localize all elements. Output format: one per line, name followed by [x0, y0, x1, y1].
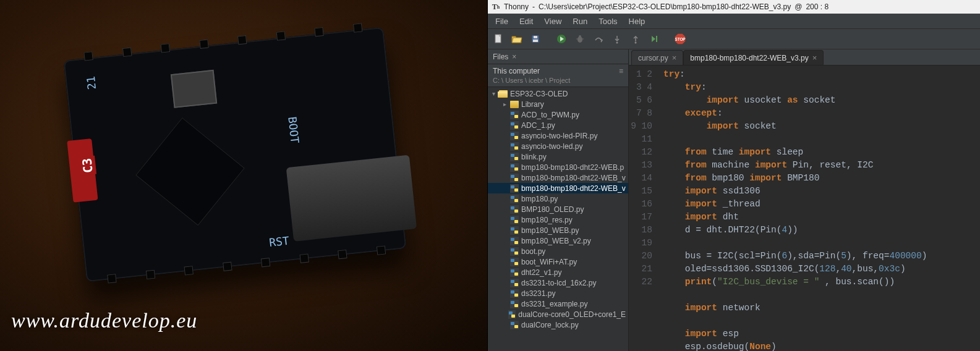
step-out-button[interactable]: [628, 31, 644, 47]
tree-folder-label: Library: [521, 100, 544, 109]
tree-file-label: ds3231_example.py: [521, 300, 587, 308]
cursor-position: 200 : 8: [806, 2, 829, 11]
tree-file-label: dualCore_lock.py: [521, 321, 579, 329]
app-logo-icon: Th: [492, 2, 500, 11]
tree-row[interactable]: ds3231.py: [488, 288, 628, 298]
tree-row[interactable]: asyncio-two-led-PIR.py: [488, 130, 628, 141]
tree-file-label: ds3231.py: [521, 289, 555, 298]
editor-tab[interactable]: bmp180-bmp180-dht22-WEB_v3.py×: [683, 50, 824, 65]
python-file-icon: [510, 111, 519, 119]
run-button[interactable]: [553, 31, 569, 47]
chevron-right-icon: ▸: [501, 101, 508, 108]
tree-row[interactable]: bmp180_res.py: [488, 214, 628, 225]
header-pins-bottom: [92, 244, 401, 287]
tree-file-label: ds3231-to-lcd_16x2.py: [521, 279, 596, 287]
tree-file-label: boot.py: [521, 247, 545, 256]
file-tree[interactable]: ▾ ESP32-C3-OLED ▸ Library ACD_to_PWM.py …: [488, 87, 628, 351]
app-name: Thonny: [504, 2, 529, 11]
tree-file-label: bmp180-bmp180-dht22-WEB.p: [521, 163, 624, 172]
tree-row[interactable]: ds3231-to-lcd_16x2.py: [488, 277, 628, 288]
debug-button[interactable]: [572, 31, 588, 47]
code-content[interactable]: try: try: import usocket as socket excep…: [657, 66, 980, 351]
python-file-icon: [510, 121, 519, 130]
tree-row[interactable]: dualCore_lock.py: [488, 319, 628, 330]
watermark: www.ardudevelop.eu: [11, 309, 197, 332]
files-panel-header: This computer ≡: [488, 64, 628, 77]
tab-label: bmp180-bmp180-dht22-WEB_v3.py: [690, 54, 808, 62]
crystal-oscillator: [171, 70, 217, 108]
python-file-icon: [508, 310, 516, 319]
code-editor[interactable]: 1 2 3 4 5 6 7 8 9 10 11 12 13 14 15 16 1…: [629, 66, 980, 351]
python-file-icon: [510, 153, 519, 161]
open-file-button[interactable]: [509, 31, 525, 47]
step-into-button[interactable]: [609, 31, 625, 47]
step-over-button[interactable]: [590, 31, 607, 47]
menu-tools[interactable]: Tools: [594, 15, 622, 27]
window-titlebar: Th Thonny - C:\Users\icebr\Project\ESP32…: [488, 0, 980, 14]
silk-label-boot: BOOT: [286, 116, 301, 144]
tree-row[interactable]: ADC_1.py: [488, 120, 628, 130]
svg-point-10: [635, 42, 637, 44]
tree-row[interactable]: ▾ ESP32-C3-OLED: [488, 88, 628, 99]
tree-row[interactable]: bmp180.py: [488, 193, 628, 204]
tree-row[interactable]: boot.py: [488, 246, 628, 256]
chevron-down-icon: ▾: [490, 90, 496, 97]
tree-file-label: BMP180_OLED.py: [521, 205, 584, 214]
svg-rect-2: [534, 36, 537, 38]
python-file-icon: [510, 216, 519, 224]
tree-row[interactable]: ds3231_example.py: [488, 298, 628, 309]
close-icon[interactable]: ×: [512, 53, 516, 61]
tree-row[interactable]: blink.py: [488, 151, 628, 162]
hamburger-icon[interactable]: ≡: [619, 67, 623, 75]
tree-row[interactable]: bmp180-bmp180-dht22-WEB_v: [488, 172, 628, 183]
tree-row[interactable]: dualCore-core0_OLED+core1_E: [488, 309, 628, 319]
resume-button[interactable]: [646, 31, 662, 47]
hardware-photo: 21 C3 BOOT RST www.ardudevelop.eu: [0, 0, 487, 351]
svg-rect-11: [656, 36, 657, 42]
tree-row[interactable]: bmp180_WEB.py: [488, 225, 628, 235]
tree-row[interactable]: BMP180_OLED.py: [488, 204, 628, 214]
menu-help[interactable]: Help: [624, 15, 650, 27]
tree-row[interactable]: ACD_to_PWM.py: [488, 109, 628, 120]
menu-run[interactable]: Run: [568, 15, 592, 27]
menu-view[interactable]: View: [539, 15, 566, 27]
tree-row[interactable]: bmp180-bmp180-dht22-WEB_v: [488, 183, 628, 193]
tree-file-label: bmp180.py: [521, 195, 558, 203]
tree-row[interactable]: asyncio-two-led.py: [488, 141, 628, 151]
stop-icon: STOP: [674, 33, 686, 45]
tree-row[interactable]: ▸ Library: [488, 99, 628, 109]
close-icon[interactable]: ×: [812, 53, 817, 62]
open-folder-icon: [511, 34, 522, 44]
tree-row[interactable]: dht22_v1.py: [488, 267, 628, 277]
silk-label-21: 21: [84, 75, 98, 90]
python-file-icon: [510, 300, 519, 308]
toolbar: STOP: [488, 28, 980, 49]
microcontroller-board: 21 C3 BOOT RST: [64, 27, 407, 282]
tree-row[interactable]: boot_WiFi+AT.py: [488, 256, 628, 267]
python-file-icon: [510, 279, 519, 287]
close-icon[interactable]: ×: [672, 53, 677, 62]
tree-file-label: dht22_v1.py: [521, 268, 561, 277]
files-panel: Files × This computer ≡ C: \ Users \ ice…: [488, 49, 629, 351]
editor-area: cursor.py×bmp180-bmp180-dht22-WEB_v3.py×…: [629, 49, 980, 351]
svg-rect-3: [533, 40, 538, 42]
python-file-icon: [510, 321, 519, 329]
tree-row[interactable]: bmp180-bmp180-dht22-WEB.p: [488, 162, 628, 172]
tree-row[interactable]: bmp180_WEB_v2.py: [488, 235, 628, 246]
line-gutter: 1 2 3 4 5 6 7 8 9 10 11 12 13 14 15 16 1…: [629, 66, 657, 351]
new-file-button[interactable]: [490, 31, 506, 47]
python-file-icon: [510, 132, 519, 140]
files-panel-label: Files: [493, 53, 508, 61]
editor-tab[interactable]: cursor.py×: [631, 50, 683, 65]
menu-file[interactable]: File: [490, 15, 513, 27]
files-panel-tab[interactable]: Files ×: [488, 49, 628, 64]
stop-button[interactable]: STOP: [672, 31, 688, 47]
save-button[interactable]: [527, 31, 543, 47]
python-file-icon: [510, 163, 519, 172]
files-panel-path[interactable]: C: \ Users \ icebr \ Project: [488, 77, 628, 87]
menubar: File Edit View Run Tools Help: [488, 14, 980, 28]
folder-icon: [510, 101, 519, 108]
menu-edit[interactable]: Edit: [514, 15, 538, 27]
tree-file-label: bmp180_res.py: [521, 216, 573, 224]
tree-file-label: bmp180_WEB_v2.py: [521, 237, 591, 245]
